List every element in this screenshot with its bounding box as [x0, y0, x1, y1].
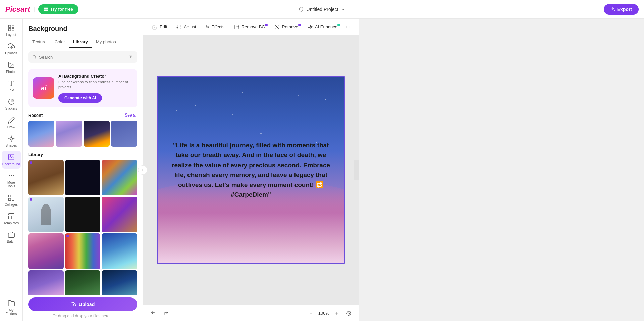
effects-button[interactable]: fx Effects — [202, 22, 229, 31]
generate-with-ai-button[interactable]: Generate with AI — [58, 93, 102, 103]
sidebar-item-photos[interactable]: Photos — [2, 58, 21, 76]
sidebar-text-label: Text — [8, 88, 14, 92]
canvas-quote: "Life is a beautiful journey, filled wit… — [172, 142, 330, 198]
library-thumb-10[interactable] — [28, 270, 64, 295]
sidebar-item-my-folders[interactable]: My Folders — [2, 297, 21, 318]
remove-badge — [298, 24, 301, 26]
filter-icon[interactable] — [128, 54, 133, 60]
more-dots-icon — [345, 24, 351, 30]
svg-rect-27 — [8, 233, 14, 237]
redo-icon — [163, 311, 169, 316]
library-thumb-6[interactable] — [102, 197, 137, 232]
svg-line-45 — [276, 25, 279, 28]
sidebar-collages-label: Collages — [5, 203, 18, 207]
bottom-left-controls — [148, 308, 171, 318]
svg-rect-3 — [46, 9, 48, 11]
canvas-toolbar: Edit Adjust fx Effects Remove BG Remove — [143, 19, 359, 35]
redo-button[interactable] — [161, 308, 171, 318]
recent-thumb-4[interactable] — [111, 121, 137, 147]
recent-thumb-2[interactable] — [56, 121, 82, 147]
sidebar-item-stickers[interactable]: Stickers — [2, 95, 21, 113]
remove-button[interactable]: Remove — [270, 22, 302, 32]
panel-collapse-btn[interactable] — [138, 165, 147, 175]
undo-button[interactable] — [148, 308, 158, 318]
see-all-link[interactable]: See all — [125, 113, 137, 118]
try-free-button[interactable]: Try for free — [38, 4, 78, 14]
adjust-label: Adjust — [184, 24, 196, 29]
sidebar-item-draw[interactable]: Draw — [2, 114, 21, 132]
zoom-settings-button[interactable] — [344, 309, 354, 318]
ai-banner-icon: ai — [33, 77, 54, 99]
my-folders-icon — [8, 300, 15, 307]
sidebar-item-shapes[interactable]: Shapes — [2, 132, 21, 150]
search-input[interactable] — [39, 55, 126, 60]
search-bar — [28, 51, 137, 63]
ai-enhance-icon — [308, 24, 313, 30]
library-thumb-3[interactable] — [102, 160, 137, 195]
sidebar-layout-label: Layout — [6, 33, 16, 37]
library-thumb-11[interactable] — [65, 270, 101, 295]
ai-enhance-button[interactable]: AI Enhance — [304, 22, 341, 32]
right-collapse-handle[interactable] — [354, 160, 359, 180]
sidebar-item-layout[interactable]: Layout — [2, 21, 21, 39]
svg-point-15 — [10, 137, 12, 140]
library-thumb-5[interactable] — [65, 197, 101, 232]
try-free-label: Try for free — [50, 7, 73, 12]
svg-marker-46 — [308, 25, 312, 29]
remove-bg-label: Remove BG — [241, 24, 265, 29]
library-thumb-8[interactable] — [65, 233, 101, 269]
project-title-area[interactable]: Untitled Project — [299, 7, 346, 12]
svg-point-11 — [10, 63, 11, 64]
svg-point-48 — [348, 27, 348, 27]
svg-rect-2 — [44, 9, 46, 11]
sidebar-item-batch[interactable]: Batch — [2, 228, 21, 246]
tab-library[interactable]: Library — [69, 37, 92, 48]
drag-drop-text: Or drag and drop your files here... — [28, 314, 137, 318]
project-name: Untitled Project — [307, 7, 338, 12]
toolbar-more-btn[interactable] — [343, 21, 354, 32]
remove-bg-button[interactable]: Remove BG — [230, 22, 269, 32]
library-thumb-12[interactable] — [102, 270, 137, 295]
sidebar-item-more-tools[interactable]: More Tools — [2, 169, 21, 191]
sidebar-item-uploads[interactable]: Uploads — [2, 40, 21, 58]
export-button[interactable]: Export — [604, 4, 639, 15]
library-thumb-4[interactable] — [28, 197, 64, 232]
tab-color[interactable]: Color — [51, 37, 69, 48]
adjust-button[interactable]: Adjust — [172, 22, 200, 32]
upload-button[interactable]: Upload — [28, 297, 137, 311]
sidebar-uploads-label: Uploads — [5, 51, 17, 55]
remove-label: Remove — [282, 24, 298, 29]
sidebar-item-collages[interactable]: Collages — [2, 191, 21, 209]
logo: Picsart — [5, 5, 30, 14]
svg-point-20 — [9, 175, 9, 176]
canvas-wrapper[interactable]: "Life is a beautiful journey, filled wit… — [157, 76, 345, 264]
sidebar-stickers-label: Stickers — [5, 107, 17, 110]
background-icon — [8, 153, 15, 161]
library-thumb-9[interactable] — [102, 233, 137, 269]
recent-thumb-1[interactable] — [28, 121, 54, 147]
ai-enhance-badge — [337, 24, 340, 26]
svg-rect-1 — [46, 7, 48, 9]
panel-title: Background — [23, 19, 143, 37]
tab-texture[interactable]: Texture — [28, 37, 51, 48]
svg-rect-26 — [11, 216, 14, 219]
edit-label: Edit — [160, 24, 167, 29]
sidebar-item-text[interactable]: Text — [2, 77, 21, 95]
svg-rect-25 — [8, 216, 11, 219]
library-thumb-2[interactable] — [65, 160, 101, 195]
zoom-controls: − 100% + — [306, 309, 354, 318]
sidebar-item-background[interactable]: Background — [2, 151, 21, 169]
library-section-header: Library — [28, 152, 137, 157]
sidebar-item-templates[interactable]: Templates — [2, 210, 21, 228]
zoom-out-button[interactable]: − — [306, 309, 316, 318]
library-thumb-1[interactable] — [28, 160, 64, 195]
svg-rect-24 — [8, 214, 14, 215]
zoom-in-button[interactable]: + — [332, 309, 341, 318]
batch-icon — [8, 231, 15, 238]
edit-button[interactable]: Edit — [148, 22, 171, 32]
library-grid — [28, 160, 137, 295]
library-thumb-7[interactable] — [28, 233, 64, 269]
uploads-icon — [8, 43, 15, 50]
tab-my-photos[interactable]: My photos — [92, 37, 120, 48]
recent-thumb-3[interactable] — [84, 121, 110, 147]
